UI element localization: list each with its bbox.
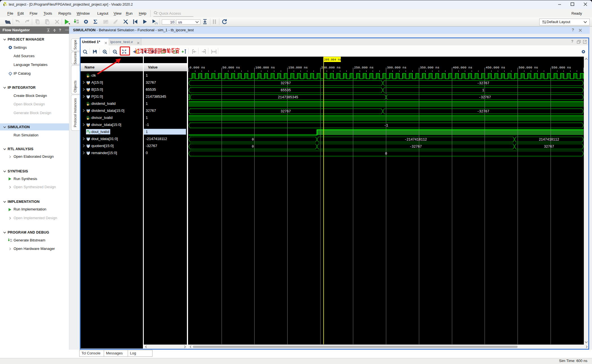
svg-text:150.000 ns: 150.000 ns xyxy=(288,66,308,69)
svg-text:0: 0 xyxy=(252,145,254,149)
svg-text:500.000 ns: 500.000 ns xyxy=(519,66,538,69)
svg-text:-1: -1 xyxy=(384,124,388,128)
svg-text:1: 1 xyxy=(482,88,484,92)
svg-text:0.000 ns: 0.000 ns xyxy=(189,66,205,69)
svg-text:450.000 ns: 450.000 ns xyxy=(486,66,505,69)
svg-text:-32767: -32767 xyxy=(477,81,489,85)
svg-text:32767: 32767 xyxy=(281,110,291,114)
svg-text:0: 0 xyxy=(385,152,387,156)
svg-text:50.000 ns: 50.000 ns xyxy=(222,66,240,69)
svg-text:250.000 ns: 250.000 ns xyxy=(354,66,374,69)
svg-text:-2147418112: -2147418112 xyxy=(405,138,427,142)
svg-text:-32767: -32767 xyxy=(410,145,422,149)
svg-text:300.000 ns: 300.000 ns xyxy=(387,66,407,69)
svg-text:2147385345: 2147385345 xyxy=(278,96,298,99)
svg-text:-32767: -32767 xyxy=(477,110,489,114)
svg-text:-32767: -32767 xyxy=(479,96,491,99)
svg-text:400.000 ns: 400.000 ns xyxy=(453,66,472,69)
svg-text:200.000 ns: 200.000 ns xyxy=(321,66,341,69)
svg-text:550.000 ns: 550.000 ns xyxy=(551,66,571,69)
svg-text:(T): (T) xyxy=(155,22,158,25)
svg-text:2147418112: 2147418112 xyxy=(539,138,559,142)
svg-text:350.000 ns: 350.000 ns xyxy=(420,66,439,69)
svg-text:205.004 ns: 205.004 ns xyxy=(324,58,341,61)
svg-text:01: 01 xyxy=(76,19,79,22)
svg-text:32767: 32767 xyxy=(544,145,554,149)
svg-text:10: 10 xyxy=(10,240,12,242)
svg-text:65535: 65535 xyxy=(281,88,291,92)
svg-text:10: 10 xyxy=(76,22,79,24)
svg-text:32767: 32767 xyxy=(281,81,291,85)
svg-text:0: 0 xyxy=(252,138,254,142)
svg-text:100.000 ns: 100.000 ns xyxy=(255,66,275,69)
